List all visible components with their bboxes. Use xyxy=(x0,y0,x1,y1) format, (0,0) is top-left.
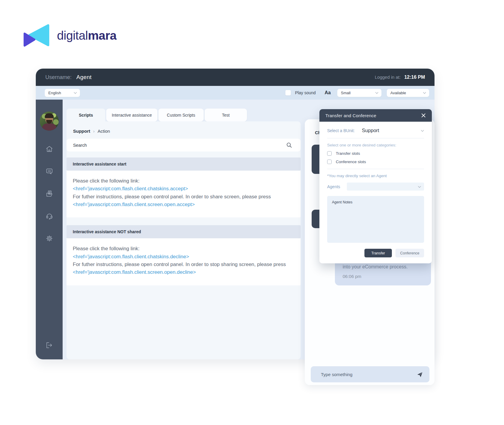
logged-in-label: Logged in at: xyxy=(375,75,401,80)
chat-input-wrap xyxy=(311,366,429,382)
tab-test[interactable]: Test xyxy=(205,109,247,121)
section-body: Please click the following link: <href='… xyxy=(67,171,301,217)
sidebar-item-support[interactable] xyxy=(45,212,53,220)
script-line: For futher instructions, please open con… xyxy=(73,194,271,200)
chevron-right-icon: › xyxy=(93,129,95,134)
search-icon[interactable] xyxy=(286,142,292,148)
language-select[interactable]: English xyxy=(45,89,80,97)
section-body: Please click the following link: <href='… xyxy=(67,238,301,285)
conference-slots-option[interactable]: Conference slots xyxy=(327,160,424,164)
titlebar: Username: Agent Logged in at: 12:16 PM xyxy=(36,69,435,86)
script-line: Please click the following link: xyxy=(73,177,294,185)
script-link[interactable]: <href='javascript:com.flash.client.scree… xyxy=(73,269,196,275)
conference-slots-label: Conference slots xyxy=(336,160,366,164)
transfer-slots-label: Transfer slots xyxy=(336,151,360,156)
avatar[interactable] xyxy=(40,112,59,131)
categories-label: Select one or more desired categories: xyxy=(327,143,424,147)
tab-custom-scripts[interactable]: Custom Scripts xyxy=(158,109,204,121)
agent-notes-textarea[interactable]: Agent Notes xyxy=(327,196,424,243)
chevron-down-icon xyxy=(74,91,77,94)
script-line: Please click the following link: xyxy=(73,245,294,253)
availability-select-value: Available xyxy=(390,91,423,95)
chevron-down-icon xyxy=(421,129,424,132)
logged-in-status: Logged in at: 12:16 PM xyxy=(375,75,425,80)
sidebar-item-settings[interactable] xyxy=(45,234,53,242)
bunit-label: Select a BUnit: xyxy=(327,128,355,133)
script-link[interactable]: <href='javascript:com.flash.client.chats… xyxy=(73,254,189,259)
sidebar-item-logout[interactable] xyxy=(45,341,53,349)
conference-slots-checkbox[interactable] xyxy=(327,160,332,164)
chevron-down-icon xyxy=(418,185,421,188)
sidebar-item-chats[interactable] xyxy=(45,167,53,175)
username-value: Agent xyxy=(76,74,92,81)
play-sound-label: Play sound xyxy=(295,90,316,95)
divider xyxy=(327,169,424,169)
sidebar xyxy=(36,100,63,359)
chevron-down-icon xyxy=(375,91,378,94)
agents-label: Agents xyxy=(327,184,340,189)
documents-icon xyxy=(45,190,53,198)
script-link[interactable]: <href='javascript:com.flash.client.chats… xyxy=(73,186,188,191)
close-icon[interactable] xyxy=(421,113,426,118)
logout-icon xyxy=(45,341,53,349)
sidebar-item-home[interactable] xyxy=(45,145,53,153)
conference-button[interactable]: Conference xyxy=(395,249,424,257)
transfer-conference-modal: Transfer and Conference Select a BUnit: … xyxy=(319,109,432,263)
language-select-value: English xyxy=(48,91,74,95)
chevron-down-icon xyxy=(423,91,426,94)
chat-message-time: 06:06 pm xyxy=(343,274,361,279)
home-icon xyxy=(45,145,53,153)
logo-text-regular: digital xyxy=(57,29,88,42)
transfer-slots-option[interactable]: Transfer slots xyxy=(327,151,424,156)
headset-icon xyxy=(45,212,53,220)
username-label: Username: xyxy=(45,74,72,81)
gear-icon xyxy=(45,234,53,242)
play-sound-checkbox[interactable] xyxy=(285,90,291,95)
tab-bar: Scripts Interactive assistance Custom Sc… xyxy=(67,109,247,121)
agent-notes-label: Agent Notes xyxy=(332,200,419,204)
logo-text: digitalmara xyxy=(57,29,117,43)
search-box xyxy=(67,139,301,152)
toolbar: English Play sound Aa Small Available xyxy=(36,86,435,100)
script-line: For futher instructions, please open con… xyxy=(73,262,286,267)
font-size-select-value: Small xyxy=(341,91,376,95)
breadcrumb-parent[interactable]: Support xyxy=(73,129,90,134)
modal-title: Transfer and Conference xyxy=(325,113,376,118)
sidebar-item-documents[interactable] xyxy=(45,190,53,198)
chat-icon xyxy=(45,167,53,175)
chat-message-input[interactable] xyxy=(311,366,429,382)
tab-scripts[interactable]: Scripts xyxy=(67,109,105,121)
bunit-select-value: Support xyxy=(362,128,379,133)
modal-header: Transfer and Conference xyxy=(319,109,432,122)
logged-in-time: 12:16 PM xyxy=(404,75,425,80)
modal-body: Select a BUnit: Support Select one or mo… xyxy=(319,122,432,263)
breadcrumb-current: Action xyxy=(98,129,110,134)
send-icon[interactable] xyxy=(417,371,423,378)
breadcrumb: Support › Action xyxy=(67,121,301,134)
chat-message-text: into your eCommerce process. xyxy=(343,264,408,270)
font-size-toggle[interactable]: Aa xyxy=(325,90,331,95)
bunit-select[interactable]: Support xyxy=(362,128,424,133)
font-size-select[interactable]: Small xyxy=(337,89,381,97)
section-header: Interactive assistance NOT shared xyxy=(67,225,301,238)
agent-hint: *You may directly select an Agent xyxy=(327,174,424,178)
tab-interactive-assistance[interactable]: Interactive assistance xyxy=(106,109,157,121)
availability-select[interactable]: Available xyxy=(387,89,429,97)
search-input[interactable] xyxy=(67,139,301,152)
logo: digitalmara xyxy=(22,24,117,47)
logo-icon xyxy=(22,24,50,47)
transfer-slots-checkbox[interactable] xyxy=(327,151,332,156)
logo-text-bold: mara xyxy=(88,29,117,42)
agents-select[interactable] xyxy=(347,183,424,191)
section-header: Interactive assistance start xyxy=(67,157,301,171)
scripts-panel: Support › Action Interactive assistance … xyxy=(67,121,301,359)
transfer-button[interactable]: Transfer xyxy=(364,249,392,257)
page: digitalmara Username: Agent Logged in at… xyxy=(0,0,504,425)
script-link[interactable]: <href='javascript:com.flash.client.scree… xyxy=(73,202,195,207)
